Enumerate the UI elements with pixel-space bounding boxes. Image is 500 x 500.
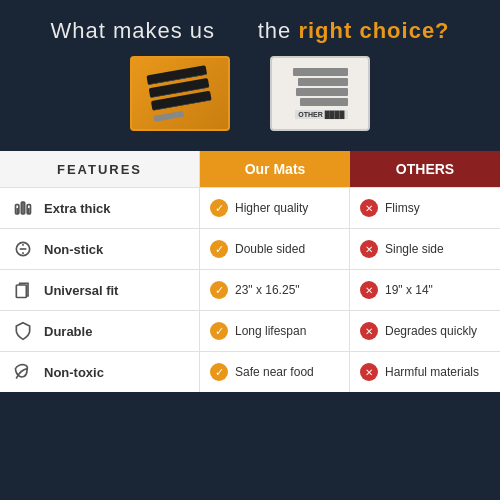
x-icon-4: ✕	[360, 363, 378, 381]
other-value-2: 19" x 14"	[385, 283, 433, 297]
check-icon-2: ✓	[210, 281, 228, 299]
other-value-3: Degrades quickly	[385, 324, 477, 338]
hero-title-part1: What makes us	[50, 18, 215, 43]
other-layer-2	[298, 78, 348, 86]
table-row: Non-toxic ✓ Safe near food ✕ Harmful mat…	[0, 351, 500, 392]
fit-icon	[12, 279, 34, 301]
header-ours: Our Mats	[200, 151, 350, 187]
leaf-icon	[12, 361, 34, 383]
our-value-3: Long lifespan	[235, 324, 306, 338]
feature-label-0: Extra thick	[44, 201, 110, 216]
table-row: Extra thick ✓ Higher quality ✕ Flimsy	[0, 187, 500, 228]
hero-section: What makes us the right choice? OTHER ██…	[0, 0, 500, 151]
feature-label-4: Non-toxic	[44, 365, 104, 380]
hero-title-highlight: right choice?	[298, 18, 449, 43]
feature-label-3: Durable	[44, 324, 92, 339]
cell-feature-3: Durable	[0, 311, 200, 351]
cell-feature-4: Non-toxic	[0, 352, 200, 392]
x-icon-3: ✕	[360, 322, 378, 340]
cell-others-4: ✕ Harmful materials	[350, 352, 500, 392]
hero-images: OTHER ████	[20, 56, 480, 131]
table-row: Universal fit ✓ 23" x 16.25" ✕ 19" x 14"	[0, 269, 500, 310]
cell-feature-1: Non-stick	[0, 229, 200, 269]
other-layer-4	[300, 98, 348, 106]
cell-others-0: ✕ Flimsy	[350, 188, 500, 228]
header-others: OTHERS	[350, 151, 500, 187]
nonstick-icon	[12, 238, 34, 260]
cell-others-1: ✕ Single side	[350, 229, 500, 269]
cell-ours-1: ✓ Double sided	[200, 229, 350, 269]
table-row: Durable ✓ Long lifespan ✕ Degrades quick…	[0, 310, 500, 351]
our-value-2: 23" x 16.25"	[235, 283, 300, 297]
our-product-image	[130, 56, 230, 131]
check-icon-0: ✓	[210, 199, 228, 217]
our-value-4: Safe near food	[235, 365, 314, 379]
check-icon-1: ✓	[210, 240, 228, 258]
header-features: FEATURES	[0, 151, 200, 187]
table-body: Extra thick ✓ Higher quality ✕ Flimsy No…	[0, 187, 500, 392]
svg-rect-7	[16, 285, 26, 298]
x-icon-1: ✕	[360, 240, 378, 258]
cell-others-2: ✕ 19" x 14"	[350, 270, 500, 310]
table-row: Non-stick ✓ Double sided ✕ Single side	[0, 228, 500, 269]
mat-tool	[153, 111, 184, 122]
cell-ours-2: ✓ 23" x 16.25"	[200, 270, 350, 310]
other-value-4: Harmful materials	[385, 365, 479, 379]
mat-stack-illustration	[146, 65, 213, 122]
feature-label-1: Non-stick	[44, 242, 103, 257]
other-product-image: OTHER ████	[270, 56, 370, 131]
comparison-table: FEATURES Our Mats OTHERS Extra thick ✓ H…	[0, 151, 500, 392]
check-icon-3: ✓	[210, 322, 228, 340]
other-value-1: Single side	[385, 242, 444, 256]
table-header: FEATURES Our Mats OTHERS	[0, 151, 500, 187]
layers-icon	[12, 197, 34, 219]
shield-icon	[12, 320, 34, 342]
other-layer-3	[296, 88, 348, 96]
our-value-0: Higher quality	[235, 201, 308, 215]
our-value-1: Double sided	[235, 242, 305, 256]
cell-others-3: ✕ Degrades quickly	[350, 311, 500, 351]
cell-feature-0: Extra thick	[0, 188, 200, 228]
cell-ours-4: ✓ Safe near food	[200, 352, 350, 392]
hero-title-part2: the right choice?	[258, 18, 450, 43]
cell-ours-0: ✓ Higher quality	[200, 188, 350, 228]
hero-title: What makes us the right choice?	[20, 18, 480, 44]
x-icon-2: ✕	[360, 281, 378, 299]
other-layer-1	[293, 68, 348, 76]
other-value-0: Flimsy	[385, 201, 420, 215]
cell-ours-3: ✓ Long lifespan	[200, 311, 350, 351]
other-stack-illustration: OTHER ████	[293, 68, 348, 119]
check-icon-4: ✓	[210, 363, 228, 381]
cell-feature-2: Universal fit	[0, 270, 200, 310]
feature-label-2: Universal fit	[44, 283, 118, 298]
x-icon-0: ✕	[360, 199, 378, 217]
other-product-label: OTHER ████	[295, 110, 347, 119]
